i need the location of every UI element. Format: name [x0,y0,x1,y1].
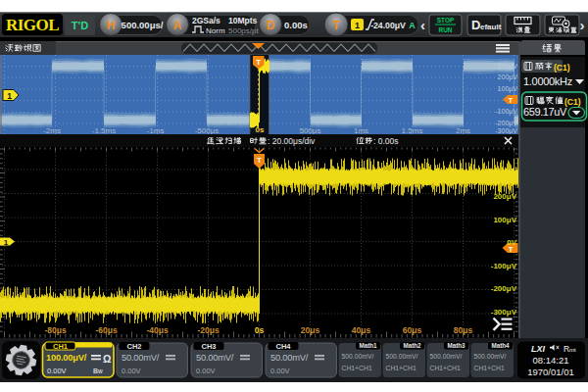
svg-text:Math2: Math2 [403,342,421,349]
svg-text:Norm: Norm [206,26,225,35]
svg-text:659.17uV: 659.17uV [523,106,567,118]
svg-text:LXI: LXI [531,344,546,354]
svg-text:0.00V: 0.00V [47,367,67,375]
svg-text:1970/01/01: 1970/01/01 [527,367,574,377]
svg-text:A: A [409,21,416,30]
svg-text:-80μs: -80μs [44,325,66,335]
svg-text:0s: 0s [256,125,265,134]
svg-text:CH2: CH2 [126,342,141,351]
svg-text:1: 1 [7,91,12,101]
svg-text:60μs: 60μs [403,325,422,335]
svg-text:-300μV: -300μV [495,127,517,134]
svg-text:500.00μs/: 500.00μs/ [122,20,164,30]
svg-text:1.0000kHz: 1.0000kHz [523,75,572,87]
svg-text:100μV: 100μV [498,85,518,93]
svg-text:-200μV: -200μV [491,284,517,293]
svg-text:: 0.00s: : 0.00s [373,136,399,146]
svg-text:CH1+CH1: CH1+CH1 [430,365,461,371]
svg-text:-500μs: -500μs [195,126,220,134]
svg-text:T: T [509,97,514,104]
svg-text:0s: 0s [255,325,265,335]
svg-text:1ms: 1ms [354,126,368,134]
svg-text:500ps/pt: 500ps/pt [228,26,259,35]
svg-text:100μV: 100μV [493,216,516,224]
svg-text:08:14:21: 08:14:21 [533,355,569,366]
svg-text:-100μV: -100μV [491,262,517,270]
svg-text:80μs: 80μs [454,325,473,335]
svg-text:-1ms: -1ms [147,126,165,134]
svg-text:300μV: 300μV [498,63,518,71]
svg-text:-60μs: -60μs [95,325,117,335]
svg-text:Math1: Math1 [359,342,377,349]
svg-text:-1.5ms: -1.5ms [92,126,116,134]
svg-text:-300μV: -300μV [491,308,517,317]
svg-text:0.00s: 0.00s [284,20,308,30]
svg-text:-200μV: -200μV [495,120,517,127]
svg-text:1: 1 [4,238,9,247]
svg-text:CH1+CH1: CH1+CH1 [474,365,505,371]
svg-text:CH1: CH1 [53,342,68,351]
svg-text:(C1): (C1) [554,63,570,73]
svg-text:100.00μV/: 100.00μV/ [46,353,87,363]
svg-text:mt: mt [569,347,576,353]
svg-text:CH1+CH1: CH1+CH1 [342,365,372,371]
svg-text:Ω: Ω [103,353,111,365]
svg-text:500.00mV/: 500.00mV/ [342,353,374,360]
svg-text:(C1): (C1) [564,97,581,107]
svg-text:0V: 0V [507,238,516,247]
svg-text:‹: ‹ [420,17,425,33]
svg-text:0.00V: 0.00V [270,367,290,375]
svg-text:A: A [173,19,182,32]
svg-text:Math3: Math3 [447,342,466,349]
svg-text:500.00mV/: 500.00mV/ [430,353,463,360]
svg-text:W: W [98,368,103,374]
svg-text:500.00mV/: 500.00mV/ [474,353,507,360]
svg-text:T'D: T'D [72,20,88,31]
svg-text:-100μV: -100μV [495,108,517,116]
svg-text:-2ms: -2ms [43,126,61,134]
svg-text:RUN: RUN [438,26,452,33]
svg-text:-20μs: -20μs [197,325,219,335]
svg-text:0.00V: 0.00V [122,367,141,375]
svg-text:Math4: Math4 [491,342,510,349]
svg-text:RIGOL: RIGOL [6,16,59,34]
svg-text:0.00V: 0.00V [196,367,216,375]
svg-text:T: T [257,156,262,165]
svg-text:H: H [107,19,116,32]
svg-text:200μV: 200μV [498,74,518,81]
svg-text:1.5ms: 1.5ms [402,126,423,134]
svg-text:CH1+CH1: CH1+CH1 [386,365,416,371]
svg-text:efault: efault [480,23,502,31]
svg-text:D: D [471,18,480,32]
svg-text:50.00mV/: 50.00mV/ [196,353,234,363]
svg-text:500μs: 500μs [300,126,321,134]
svg-text:500.00mV/: 500.00mV/ [386,353,418,360]
svg-text:10Mpts: 10Mpts [228,16,258,25]
svg-text:2ms: 2ms [456,126,470,134]
svg-text:T: T [256,58,261,67]
svg-text:-24.00μV: -24.00μV [370,21,406,30]
svg-text:STOP: STOP [437,17,455,24]
svg-text:-40μs: -40μs [146,325,168,335]
svg-text:CH4: CH4 [275,342,291,351]
svg-text:D: D [267,19,275,32]
svg-text:›: › [580,17,585,33]
svg-text:: 20.00μs/div: : 20.00μs/div [268,136,316,146]
svg-text:20μs: 20μs [301,325,320,335]
svg-text:50.00mV/: 50.00mV/ [270,353,309,363]
svg-text:200μV: 200μV [493,192,516,201]
svg-text:40μs: 40μs [352,325,371,335]
svg-text:2GSa/s: 2GSa/s [192,16,220,25]
svg-text:50.00mV/: 50.00mV/ [122,353,160,363]
svg-text:CH3: CH3 [201,342,216,351]
svg-text:1: 1 [355,21,360,30]
svg-text:T: T [332,18,340,32]
